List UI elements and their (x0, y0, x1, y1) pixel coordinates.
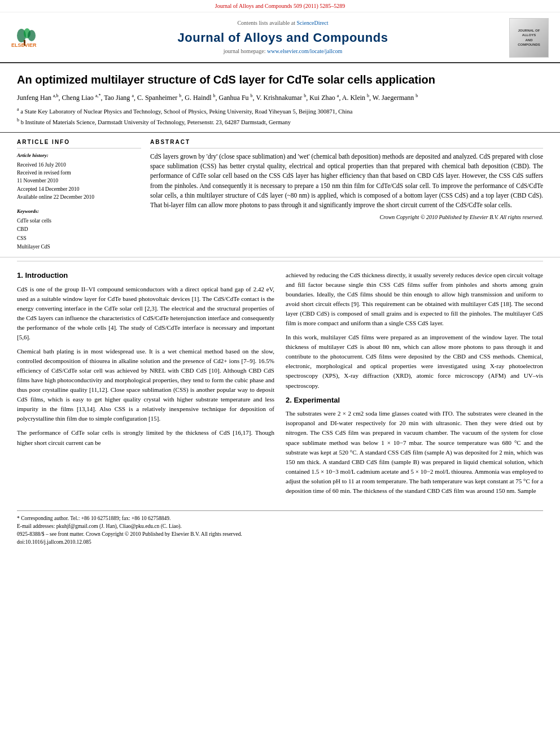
authors-line: Junfeng Han a,b, Cheng Liao a,*, Tao Jia… (17, 93, 543, 103)
received-date: Received 16 July 2010 (17, 161, 141, 169)
journal-badge-area: JOURNAL OF ALLOYS AND COMPOUNDS (504, 18, 549, 58)
section1-para2: Chemical bath plating is in most widespr… (17, 347, 274, 423)
svg-point-3 (28, 30, 36, 41)
section1-heading: 1. Introduction (17, 270, 274, 281)
copyright-notice: 0925-8388/$ – see front matter. Crown Co… (17, 530, 543, 538)
contents-available-line: Contents lists available at ScienceDirec… (73, 19, 492, 28)
affiliation-b: b b Institute of Materials Science, Darm… (17, 117, 543, 126)
journal-ref-bar: Journal of Alloys and Compounds 509 (201… (0, 0, 560, 12)
history-label: Article history: (17, 152, 141, 159)
journal-badge: JOURNAL OF ALLOYS AND COMPOUNDS (509, 18, 549, 58)
journal-ref-text: Journal of Alloys and Compounds 509 (201… (215, 3, 345, 9)
revised-date: 11 November 2010 (17, 177, 141, 185)
left-body-column: 1. Introduction CdS is one of the group … (17, 270, 274, 500)
revised-label: Received in revised form (17, 169, 141, 177)
keyword-3: CSS (17, 234, 141, 243)
article-info-column: ARTICLE INFO Article history: Received 1… (17, 138, 141, 251)
right-body-column: achieved by reducing the CdS thickness d… (286, 270, 543, 500)
keyword-2: CBD (17, 225, 141, 234)
keywords-block: Keywords: CdTe solar cells CBD CSS Multi… (17, 208, 141, 251)
section1-right-para2: In this work, multilayer CdS films were … (286, 333, 543, 390)
doi-line: doi:10.1016/j.jallcom.2010.12.085 (17, 539, 543, 547)
journal-header: ELSEVIER Contents lists available at Sci… (0, 12, 560, 63)
accepted-date: Accepted 14 December 2010 (17, 185, 141, 193)
keyword-1: CdTe solar cells (17, 217, 141, 225)
abstract-text: CdS layers grown by 'dry' (close space s… (150, 152, 543, 211)
email-addresses: E-mail addresses: pkuhjf@gmail.com (J. H… (17, 522, 543, 530)
online-date: Available online 22 December 2010 (17, 193, 141, 201)
homepage-label: journal homepage: (224, 48, 266, 54)
sciencedirect-link[interactable]: ScienceDirect (296, 20, 328, 26)
article-title: An optimized multilayer structure of CdS… (17, 72, 543, 87)
section-divider (17, 261, 543, 261)
abstract-column: ABSTRACT CdS layers grown by 'dry' (clos… (150, 138, 543, 251)
section1-para3: The performance of CdTe solar cells is s… (17, 428, 274, 447)
abstract-copyright: Crown Copyright © 2010 Published by Else… (150, 213, 543, 222)
article-info-label: ARTICLE INFO (17, 138, 141, 148)
journal-title-area: Contents lists available at ScienceDirec… (62, 19, 504, 56)
keyword-4: Multilayer CdS (17, 243, 141, 251)
corresponding-author: * Corresponding author. Tel.: +86 10 627… (17, 514, 543, 522)
section1-right-para1: achieved by reducing the CdS thickness d… (286, 270, 543, 328)
svg-text:ELSEVIER: ELSEVIER (11, 42, 37, 48)
abstract-label: ABSTRACT (150, 138, 543, 148)
contents-label: Contents lists available at (237, 20, 295, 26)
affiliations: a a State Key Laboratory of Nuclear Phys… (17, 106, 543, 127)
article-title-section: An optimized multilayer structure of CdS… (0, 63, 560, 133)
section2-para1: The substrates were 2 × 2 cm2 soda lime … (286, 409, 543, 495)
journal-homepage-line: journal homepage: www.elsevier.com/locat… (73, 47, 492, 56)
two-column-body: 1. Introduction CdS is one of the group … (17, 270, 543, 500)
homepage-url[interactable]: www.elsevier.com/locate/jallcom (267, 48, 342, 54)
footnote-section: * Corresponding author. Tel.: +86 10 627… (17, 510, 543, 547)
article-history-block: Article history: Received 16 July 2010 R… (17, 152, 141, 201)
section1-para1: CdS is one of the group II–VI compound s… (17, 285, 274, 342)
section2-heading: 2. Experimental (286, 395, 543, 406)
journal-title: Journal of Alloys and Compounds (73, 29, 492, 47)
keywords-label: Keywords: (17, 208, 141, 215)
affiliation-a: a a State Key Laboratory of Nuclear Phys… (17, 106, 543, 116)
publisher-logo-area: ELSEVIER (11, 28, 62, 48)
body-section: 1. Introduction CdS is one of the group … (0, 265, 560, 506)
elsevier-logo: ELSEVIER (11, 28, 62, 48)
article-info-abstract-section: ARTICLE INFO Article history: Received 1… (0, 133, 560, 257)
